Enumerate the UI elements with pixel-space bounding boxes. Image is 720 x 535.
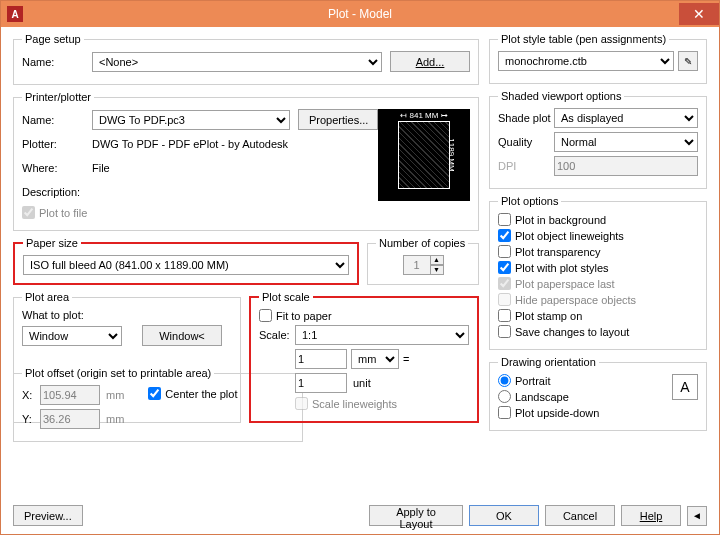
printer-name-label: Name: xyxy=(22,114,92,126)
orientation-group: Drawing orientation Portrait Landscape A… xyxy=(489,356,707,431)
preview-height-label: 1189 MM xyxy=(447,138,456,171)
dpi-label: DPI xyxy=(498,160,554,172)
plot-to-file-label: Plot to file xyxy=(39,207,87,219)
fit-to-paper-label: Fit to paper xyxy=(276,310,332,322)
opt-transparency-checkbox[interactable] xyxy=(498,245,511,258)
opt-transparency-label: Plot transparency xyxy=(515,246,601,258)
scale-label: Scale: xyxy=(259,329,295,341)
opt-background-label: Plot in background xyxy=(515,214,606,226)
page-setup-legend: Page setup xyxy=(22,33,84,45)
expand-button[interactable]: ◄ xyxy=(687,506,707,526)
quality-select[interactable]: Normal xyxy=(554,132,698,152)
offset-x-label: X: xyxy=(22,389,40,401)
what-to-plot-select[interactable]: Window xyxy=(22,326,122,346)
plot-options-legend: Plot options xyxy=(498,195,561,207)
page-setup-name-select[interactable]: <None> xyxy=(92,52,382,72)
fit-to-paper-checkbox[interactable] xyxy=(259,309,272,322)
printer-group: Printer/plotter Name: DWG To PDF.pc3 Pro… xyxy=(13,91,479,231)
opt-plotstyles-label: Plot with plot styles xyxy=(515,262,609,274)
window-button[interactable]: Window< xyxy=(142,325,222,346)
plot-to-file-checkbox xyxy=(22,206,35,219)
printer-legend: Printer/plotter xyxy=(22,91,94,103)
offset-x-mm: mm xyxy=(106,389,124,401)
window-title: Plot - Model xyxy=(1,7,719,21)
add-button[interactable]: Add... xyxy=(390,51,470,72)
plot-scale-group: Plot scale Fit to paper Scale: 1:1 xyxy=(249,291,479,423)
opt-hide-label: Hide paperspace objects xyxy=(515,294,636,306)
offset-y-input xyxy=(40,409,100,429)
landscape-label: Landscape xyxy=(515,391,569,403)
where-label: Where: xyxy=(22,162,92,174)
titlebar: A Plot - Model ✕ xyxy=(1,1,719,27)
plot-scale-legend: Plot scale xyxy=(259,291,313,303)
upside-down-checkbox[interactable] xyxy=(498,406,511,419)
opt-paperspace-checkbox xyxy=(498,277,511,290)
unit-suffix-label: unit xyxy=(353,377,371,389)
page-setup-name-label: Name: xyxy=(22,56,92,68)
plot-area-legend: Plot area xyxy=(22,291,72,303)
opt-paperspace-label: Plot paperspace last xyxy=(515,278,615,290)
upside-down-label: Plot upside-down xyxy=(515,407,599,419)
help-button[interactable]: Help xyxy=(621,505,681,526)
plotter-label: Plotter: xyxy=(22,138,92,150)
preview-button[interactable]: Preview... xyxy=(13,505,83,526)
offset-y-mm: mm xyxy=(106,413,124,425)
opt-lineweights-label: Plot object lineweights xyxy=(515,230,624,242)
opt-hide-checkbox xyxy=(498,293,511,306)
dpi-input xyxy=(554,156,698,176)
plot-offset-legend: Plot offset (origin set to printable are… xyxy=(22,367,214,379)
opt-lineweights-checkbox[interactable] xyxy=(498,229,511,242)
description-label: Description: xyxy=(22,186,92,198)
equals-icon: = xyxy=(403,353,409,365)
dialog-window: A Plot - Model ✕ Page setup Name: <None>… xyxy=(0,0,720,535)
offset-y-label: Y: xyxy=(22,413,40,425)
what-to-plot-label: What to plot: xyxy=(22,309,232,321)
copies-up[interactable]: ▲ xyxy=(430,255,444,265)
portrait-radio[interactable] xyxy=(498,374,511,387)
shade-plot-label: Shade plot xyxy=(498,112,554,124)
copies-down[interactable]: ▼ xyxy=(430,265,444,275)
scale-lineweights-label: Scale lineweights xyxy=(312,398,397,410)
copies-group: Number of copies ▲ ▼ xyxy=(367,237,479,285)
properties-button[interactable]: Properties... xyxy=(298,109,378,130)
cancel-button[interactable]: Cancel xyxy=(545,505,615,526)
scale-select[interactable]: 1:1 xyxy=(295,325,469,345)
center-plot-label: Center the plot xyxy=(165,388,237,400)
page-setup-group: Page setup Name: <None> Add... xyxy=(13,33,479,85)
paper-preview: ↤ 841 MM ↦ 1189 MM xyxy=(378,109,470,201)
orientation-icon: A xyxy=(672,374,698,400)
shade-plot-select[interactable]: As displayed xyxy=(554,108,698,128)
plot-options-group: Plot options Plot in background Plot obj… xyxy=(489,195,707,350)
opt-save-checkbox[interactable] xyxy=(498,325,511,338)
opt-background-checkbox[interactable] xyxy=(498,213,511,226)
where-value: File xyxy=(92,162,110,174)
copies-input xyxy=(403,255,431,275)
plotter-value: DWG To PDF - PDF ePlot - by Autodesk xyxy=(92,138,288,150)
quality-label: Quality xyxy=(498,136,554,148)
opt-stamp-label: Plot stamp on xyxy=(515,310,582,322)
plot-style-group: Plot style table (pen assignments) monoc… xyxy=(489,33,707,84)
opt-plotstyles-checkbox[interactable] xyxy=(498,261,511,274)
opt-stamp-checkbox[interactable] xyxy=(498,309,511,322)
shaded-viewport-group: Shaded viewport options Shade plot As di… xyxy=(489,90,707,189)
landscape-radio[interactable] xyxy=(498,390,511,403)
paper-size-select[interactable]: ISO full bleed A0 (841.00 x 1189.00 MM) xyxy=(23,255,349,275)
portrait-label: Portrait xyxy=(515,375,550,387)
paper-size-legend: Paper size xyxy=(23,237,81,249)
preview-width-label: ↤ 841 MM ↦ xyxy=(378,111,470,120)
copies-legend: Number of copies xyxy=(376,237,468,249)
center-plot-checkbox[interactable] xyxy=(148,387,161,400)
scale-lineweights-checkbox xyxy=(295,397,308,410)
scale-den-input[interactable] xyxy=(295,373,347,393)
offset-x-input xyxy=(40,385,100,405)
plot-style-legend: Plot style table (pen assignments) xyxy=(498,33,669,45)
scale-num-input[interactable] xyxy=(295,349,347,369)
scale-unit-select[interactable]: mm xyxy=(351,349,399,369)
apply-to-layout-button[interactable]: Apply to Layout xyxy=(369,505,463,526)
ok-button[interactable]: OK xyxy=(469,505,539,526)
plot-style-select[interactable]: monochrome.ctb xyxy=(498,51,674,71)
opt-save-label: Save changes to layout xyxy=(515,326,629,338)
plot-style-edit-button[interactable]: ✎ xyxy=(678,51,698,71)
printer-name-select[interactable]: DWG To PDF.pc3 xyxy=(92,110,290,130)
footer: Preview... Apply to Layout OK Cancel Hel… xyxy=(13,505,707,526)
